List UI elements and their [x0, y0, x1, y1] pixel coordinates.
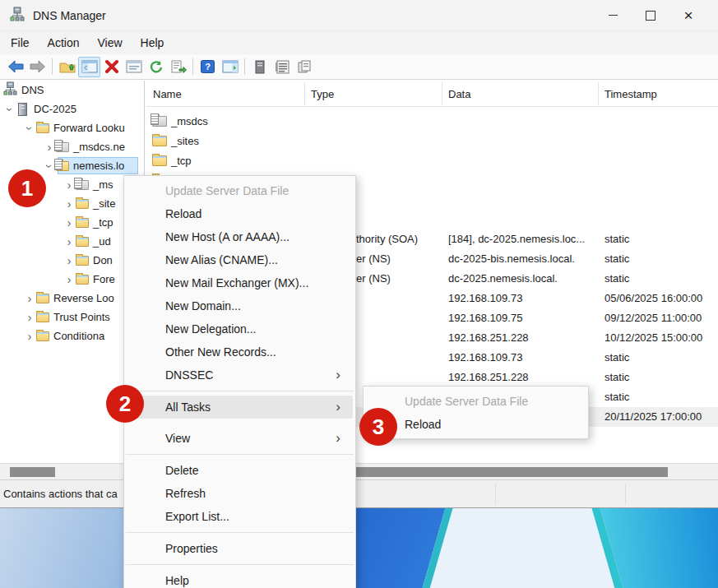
status-divider [625, 484, 626, 505]
annotation-circle-2: 2 [106, 385, 144, 423]
menu-item-new-mail-exchanger[interactable]: New Mail Exchanger (MX)... [127, 271, 353, 294]
back-icon[interactable] [4, 57, 26, 77]
folder-icon [152, 155, 167, 166]
menu-item-new-domain[interactable]: New Domain... [127, 294, 353, 317]
menu-item-delete[interactable]: Delete [127, 459, 353, 482]
menu-item-dnssec[interactable]: DNSSEC [127, 363, 353, 387]
menu-item-refresh[interactable]: Refresh [127, 482, 353, 505]
column-divider[interactable] [304, 82, 305, 105]
chevron-right-icon[interactable] [63, 235, 76, 248]
maximize-button[interactable] [632, 0, 669, 31]
tree-scrollbar-thumb[interactable] [10, 467, 55, 477]
chevron-right-icon[interactable] [63, 273, 76, 286]
menu-item-new-delegation[interactable]: New Delegation... [127, 317, 353, 340]
record-timestamp: 10/12/2025 15:00:00 [605, 331, 702, 344]
submenu-item-update-server-data-file: Update Server Data File [366, 390, 586, 413]
tree-item-dc-2025[interactable]: DC-2025 [0, 100, 144, 118]
tree-item-tcp[interactable]: _tcp [0, 213, 144, 232]
folder-icon [36, 313, 49, 322]
list-item-sites[interactable]: _sites [146, 132, 718, 151]
chevron-right-icon[interactable] [63, 197, 76, 211]
list-item-tcp[interactable]: _tcp [146, 151, 718, 171]
menu-item-label: Refresh [165, 487, 206, 500]
export-list-icon[interactable] [167, 57, 189, 77]
submenu-item-reload[interactable]: Reload [366, 413, 586, 436]
chevron-right-icon[interactable] [63, 254, 76, 267]
chevron-right-icon[interactable] [63, 216, 76, 229]
menu-item-label: New Mail Exchanger (MX)... [165, 276, 308, 289]
menu-item-help[interactable]: Help [127, 569, 353, 588]
menu-item-properties[interactable]: Properties [127, 537, 353, 560]
properties-icon[interactable] [123, 57, 145, 77]
chevron-right-icon[interactable] [23, 292, 36, 305]
menu-help[interactable]: Help [132, 36, 174, 49]
column-divider[interactable] [442, 82, 442, 105]
forward-icon[interactable] [26, 57, 49, 77]
tree-item-label: _ud [89, 235, 111, 248]
menu-action[interactable]: Action [39, 36, 89, 49]
toolbar: ? [0, 54, 718, 80]
tree-item-label: Fore [89, 273, 115, 285]
column-header-data[interactable]: Data [448, 81, 470, 107]
chevron-right-icon[interactable] [23, 330, 36, 343]
tree-item-reverse-lookup-zones[interactable]: Reverse Loo [0, 289, 144, 308]
menu-item-label: Update Server Data File [165, 184, 289, 197]
menu-item-new-host[interactable]: New Host (A or AAAA)... [127, 225, 353, 248]
copy-icon[interactable] [293, 57, 315, 77]
annotation-circle-1: 1 [8, 169, 46, 207]
list-header: Name Type Data Timestamp [146, 81, 718, 107]
show-console-tree-icon[interactable] [78, 57, 100, 77]
menu-item-view[interactable]: View [127, 427, 353, 450]
menu-item-all-tasks[interactable]: All Tasks [127, 396, 353, 419]
refresh-icon[interactable] [145, 57, 167, 77]
tree-item-dns-root[interactable]: DNS [0, 81, 144, 100]
tree-item-label: Reverse Loo [49, 292, 114, 304]
delete-icon[interactable] [100, 57, 123, 77]
show-action-pane-icon[interactable] [219, 57, 241, 77]
tree-item-trust-points[interactable]: Trust Points [0, 308, 144, 326]
record-timestamp: static [605, 272, 629, 285]
record-data: 192.168.109.75 [448, 312, 522, 324]
desktop-wallpaper [0, 507, 718, 588]
menu-item-label: New Domain... [165, 299, 241, 313]
menu-item-update-server-data-file: Update Server Data File [127, 179, 353, 202]
records-list-icon[interactable] [271, 57, 293, 77]
help-icon[interactable]: ? [197, 57, 219, 77]
menu-item-reload[interactable]: Reload [127, 202, 353, 225]
column-header-type[interactable]: Type [311, 81, 334, 107]
status-text: Contains actions that ca [3, 488, 118, 500]
column-header-name[interactable]: Name [153, 81, 182, 107]
tree-item-domaindnszones[interactable]: Don [0, 251, 144, 270]
folder-icon [76, 275, 89, 285]
menu-item-export-list[interactable]: Export List... [127, 505, 353, 528]
menu-item-label: New Host (A or AAAA)... [165, 230, 290, 243]
column-divider[interactable] [598, 82, 599, 105]
chevron-right-icon[interactable] [23, 311, 36, 324]
tree-item-msdcs-zone[interactable]: _msdcs.ne [0, 137, 144, 156]
horizontal-scrollbar [0, 463, 718, 479]
record-timestamp: 05/06/2025 16:00:00 [605, 292, 702, 304]
minimize-button[interactable] [594, 0, 632, 31]
menu-file[interactable]: File [2, 36, 39, 49]
record-timestamp: 20/11/2025 17:00:00 [605, 410, 702, 423]
menu-view[interactable]: View [88, 36, 131, 49]
tree-item-conditional-forwarders[interactable]: Conditiona [0, 326, 144, 345]
column-header-timestamp[interactable]: Timestamp [605, 81, 657, 107]
menu-item-new-alias[interactable]: New Alias (CNAME)... [127, 248, 353, 271]
tree-item-forward-lookup-zones[interactable]: Forward Looku [0, 118, 144, 137]
close-button[interactable] [669, 0, 707, 31]
tree-item-udp[interactable]: _ud [0, 232, 144, 251]
status-bar: Contains actions that ca [0, 479, 718, 507]
chevron-down-icon[interactable] [23, 122, 36, 135]
wallpaper-shape [586, 507, 718, 588]
up-one-level-icon[interactable] [56, 57, 78, 77]
chevron-down-icon[interactable] [3, 103, 16, 116]
server-status-icon[interactable] [248, 57, 271, 77]
record-timestamp: 09/12/2025 11:00:00 [605, 312, 702, 324]
menu-item-other-new-records[interactable]: Other New Records... [127, 340, 353, 363]
folder-icon [36, 331, 49, 341]
tree-item-forestdnszones[interactable]: Fore [0, 270, 144, 289]
server-icon [18, 103, 27, 116]
zone-icon [56, 161, 69, 171]
list-item-msdcs[interactable]: _msdcs [146, 112, 718, 132]
